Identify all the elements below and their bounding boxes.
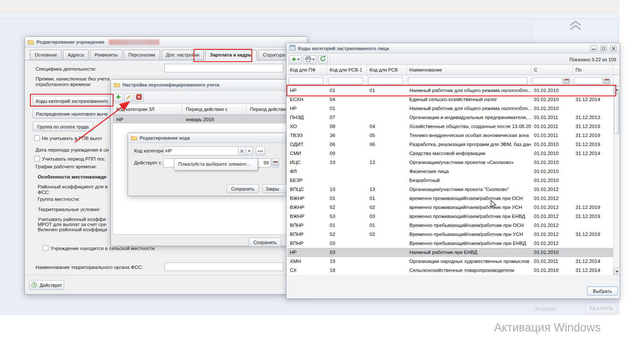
table-row[interactable]: ОДИТ0606Разработка, реализация программ … [287,140,613,149]
chevron-down-icon[interactable] [246,146,253,155]
minimize-icon[interactable] [590,45,597,51]
table-row[interactable]: ВЖНР0101временно проживающий/наем/работн… [287,194,613,203]
column-header[interactable]: С [531,65,573,75]
column-header[interactable]: Период действия с [182,104,247,115]
table-cell: Средства массовой информации [407,149,531,158]
column-header[interactable]: Период действия [247,104,292,115]
filter-input[interactable] [533,77,562,84]
edit-window-titlebar[interactable]: Редактирование учреждения [25,37,307,48]
persona-save-button[interactable]: Сохранить [249,238,281,247]
browse-ellipsis-button[interactable] [256,146,265,155]
specifics-input[interactable] [164,64,283,72]
table-cell: 31.12.2019 [573,230,613,239]
scrollbar-thumb[interactable] [614,94,619,134]
category-combobox[interactable]: НР [163,146,253,155]
close-icon[interactable] [610,45,617,51]
delete-button[interactable]: УДАЛИТЬ [586,303,617,313]
collapse-chevrons-icon[interactable] [567,20,584,33]
tab-item[interactable]: Доп. настройки [161,50,204,60]
table-row[interactable]: ХМН19Организации народных художественных… [287,257,613,266]
column-header[interactable]: Код категории ЗЛ [113,104,182,115]
table-row[interactable]: ЕСХН04Единый сельско-хозяйственный налог… [287,95,613,104]
column-header[interactable]: Код для РСВ [367,65,407,75]
scroll-up-icon[interactable] [614,86,620,93]
folder-edit-icon [131,135,137,141]
pay-group-button[interactable]: Группа по оплате труда [33,122,93,131]
table-row[interactable]: НР01Наемный работник для общего режима н… [287,104,613,113]
filter-input[interactable] [328,77,363,84]
table-cell: 03 [327,239,367,248]
fss-org-input[interactable] [164,262,283,271]
tab-item[interactable]: Реквизиты [90,50,122,60]
column-header[interactable]: По [573,65,613,75]
add-button[interactable] [114,93,123,102]
plus-icon [116,94,121,101]
valid-from-label: Действует с: [134,160,163,165]
tax-distribution-button[interactable]: Распределение налогового выче [33,109,111,119]
category-value[interactable]: НР [163,146,239,155]
tab-item[interactable]: Адреса [63,50,89,60]
persona-grid-row[interactable]: НР январь 2016 [113,115,292,123]
table-row[interactable]: НР03Наемный работник при ЕНВД01.01.2010 [287,248,613,257]
table-row[interactable]: СХ18Сельскохозяйственные товаропроизводи… [287,266,613,275]
edit-button[interactable] [124,93,133,102]
table-cell: 31.12.2014 [573,266,613,275]
code-save-button[interactable]: Сохранить [227,184,259,193]
table-row[interactable]: ХО0804Хозяйственные общества, созданные … [287,122,613,131]
select-button[interactable]: Выбрать [587,286,618,295]
tab-item[interactable]: Зарплата и кадры [205,50,257,60]
table-row[interactable]: ФЛФизические лица01.01.2010 [287,167,613,176]
table-row[interactable]: ВЖНР5303временно проживающий/наем/работн… [287,212,613,221]
table-cell: Организации/участники проекта "Сколково" [407,185,531,194]
filter-input[interactable] [574,77,602,84]
rpp-checkbox-label: Учитывать период РПП пос [42,156,105,161]
filter-input[interactable] [368,77,403,84]
filter-input[interactable] [408,77,528,84]
persona-titlebar[interactable]: Настройка персонифицированного учета [111,80,294,90]
print-split-button[interactable] [304,55,316,64]
refresh-button[interactable] [318,55,328,64]
add-split-button[interactable] [289,55,302,64]
vertical-scrollbar[interactable] [613,86,620,275]
column-header[interactable]: Наименование [407,65,531,75]
table-row[interactable]: ВПЦС1013Организации/участники проекта "С… [287,185,613,194]
table-row[interactable]: ВПНР5202Временно пребывающий/наем/работн… [287,230,613,239]
table-row[interactable]: ТВЭЗ3605Технико-внедренческая особая эко… [287,131,613,140]
date-picker-button[interactable] [603,77,611,84]
codes-titlebar[interactable]: Коды категорий застрахованного лица [286,43,620,54]
tab-item[interactable]: Персоналии [124,50,160,60]
filter-cell [573,75,613,86]
restore-icon[interactable] [600,45,607,51]
table-row[interactable]: СМИ09Средства массовой информации01.01.2… [287,149,613,158]
table-cell: 01.01.2012 [531,221,573,230]
table-cell: Хозяйственные общества, созданные после … [407,122,531,131]
delete-row-button[interactable] [134,93,143,102]
table-row[interactable]: ПНЭД07Организации и индивидуальные предп… [287,113,613,122]
clear-icon[interactable] [239,146,246,155]
filter-input[interactable] [289,77,323,84]
rpv-checkbox[interactable]: Не учитывать в РПВ выпл [34,135,102,141]
table-row[interactable]: БЕЗРБезработный01.01.2010 [287,176,613,185]
table-cell: ХО [287,122,327,131]
column-header[interactable]: Код для ПФ [287,65,327,75]
table-cell: Технико-внедренческая особая экономическ… [407,131,531,140]
code-close-button[interactable]: Закры [262,184,287,193]
rpp-checkbox[interactable]: Учитывать период РПП пос [34,156,105,161]
code-dialog-titlebar[interactable]: Редактирование кода [128,133,286,143]
scroll-down-icon[interactable] [614,268,620,275]
table-cell [367,248,407,256]
table-row[interactable]: ВПНР0101Временно пребывающий/наем/работн… [287,221,613,230]
table-cell [367,104,407,113]
tab-item[interactable]: Основные [30,50,62,60]
date-picker-button[interactable] [272,158,279,167]
table-cell: 02 [367,230,407,239]
date-picker-button[interactable] [563,77,570,84]
table-row[interactable]: ВЖНР5202временно проживающий/наем/работн… [287,203,613,212]
table-row[interactable]: НР0101Наемный работник для общего режима… [287,86,613,95]
column-header[interactable]: Код для РСВ-1 [327,65,367,75]
table-row[interactable]: ИЦС1013Организации/участники проектов «С… [287,158,613,167]
insured-codes-button[interactable]: Коды категорий застрахованного [33,96,111,106]
table-cell: НР [287,248,327,256]
status-active-button[interactable]: Действует [29,280,64,290]
table-row[interactable]: ВПНР03Временно пребывающий/наем/работник… [287,239,613,248]
